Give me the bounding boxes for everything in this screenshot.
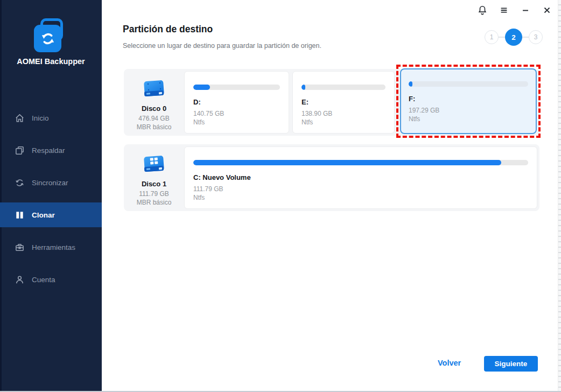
step-1: 1 — [485, 30, 499, 44]
usage-bar — [193, 85, 280, 90]
disk-icon — [142, 78, 166, 101]
window-right-edge-scrollbar[interactable] — [558, 0, 561, 391]
main-panel: Partición de destino Seleccione un lugar… — [102, 0, 561, 391]
sidebar-item-label: Sincronizar — [32, 179, 68, 187]
sidebar-item-label: Respaldar — [32, 146, 65, 155]
partition-label: C: Nuevo Volume — [193, 173, 528, 181]
usage-bar — [301, 85, 385, 90]
disk-0-info: Disco 0 476.94 GB MBR básico — [124, 69, 184, 136]
disk-type: MBR básico — [137, 198, 172, 207]
usage-bar-fill — [409, 81, 412, 87]
disk-size: 111.79 GB — [139, 190, 169, 198]
step-3: 3 — [529, 30, 543, 44]
sidebar: AOMEI Backupper Inicio Respaldar Sincron… — [0, 0, 102, 391]
disk-type: MBR básico — [137, 123, 172, 131]
minimize-icon[interactable] — [520, 4, 531, 16]
partition-fs: Ntfs — [193, 118, 280, 127]
sidebar-item-respaldar[interactable]: Respaldar — [0, 138, 102, 163]
sidebar-item-label: Herramientas — [32, 243, 75, 251]
partition-fs: Ntfs — [409, 115, 528, 123]
partition-card-c[interactable]: C: Nuevo Volume 111.79 GB Ntfs — [184, 146, 537, 209]
sidebar-item-label: Cuenta — [32, 276, 55, 284]
usage-bar — [193, 160, 528, 165]
disk-size: 476.94 GB — [138, 114, 169, 123]
system-disk-icon — [142, 153, 166, 176]
clone-icon — [15, 210, 25, 220]
partition-size: 140.75 GB — [193, 110, 280, 118]
partition-card-d[interactable]: D: 140.75 GB Ntfs — [184, 71, 289, 134]
sidebar-nav: Inicio Respaldar Sincronizar Clonar — [0, 0, 102, 391]
partition-size: 111.79 GB — [193, 185, 528, 193]
close-icon[interactable] — [542, 4, 552, 16]
sidebar-item-label: Inicio — [32, 114, 49, 122]
menu-icon[interactable] — [499, 4, 509, 16]
sync-icon — [15, 178, 25, 188]
partition-label: D: — [193, 98, 280, 106]
backup-icon — [15, 145, 25, 156]
partition-card-f-selected[interactable]: F: 197.29 GB Ntfs — [400, 68, 537, 134]
disk-row-1: Disco 1 111.79 GB MBR básico C: Nuevo Vo… — [124, 144, 539, 211]
usage-bar-fill — [193, 85, 210, 90]
sidebar-item-herramientas[interactable]: Herramientas — [0, 235, 102, 260]
step-2-active: 2 — [505, 29, 522, 46]
titlebar-controls — [477, 4, 552, 16]
sidebar-item-sincronizar[interactable]: Sincronizar — [0, 170, 102, 195]
disk-name: Disco 1 — [142, 180, 166, 188]
sidebar-item-label: Clonar — [32, 211, 55, 219]
step-indicator: 1 2 3 — [485, 29, 543, 46]
step-connector — [499, 37, 505, 38]
usage-bar-fill — [301, 85, 305, 90]
step-connector — [522, 37, 529, 38]
page-title: Partición de destino — [123, 24, 213, 35]
partition-fs: Ntfs — [193, 194, 528, 202]
sidebar-item-inicio[interactable]: Inicio — [0, 106, 102, 130]
partition-label: E: — [301, 98, 385, 106]
tools-icon — [15, 242, 25, 253]
next-button[interactable]: Siguiente — [484, 356, 538, 372]
back-button[interactable]: Volver — [438, 359, 461, 367]
usage-bar-fill — [193, 160, 501, 165]
partition-label: F: — [409, 95, 528, 103]
page-subtitle: Seleccione un lugar de destino para guar… — [123, 42, 321, 50]
sidebar-item-clonar[interactable]: Clonar — [0, 202, 102, 227]
disk-row-0: Disco 0 476.94 GB MBR básico D: 140.75 G… — [124, 69, 539, 136]
partition-fs: Ntfs — [301, 118, 385, 127]
app-window: AOMEI Backupper Inicio Respaldar Sincron… — [0, 0, 561, 392]
notification-bell-icon[interactable] — [477, 4, 488, 16]
sidebar-item-cuenta[interactable]: Cuenta — [0, 267, 102, 292]
partition-card-e[interactable]: E: 138.90 GB Ntfs — [292, 71, 395, 134]
disk-name: Disco 0 — [142, 104, 166, 113]
partition-size: 138.90 GB — [301, 110, 385, 118]
usage-bar — [409, 81, 528, 87]
selection-annotation-red-dashed: F: 197.29 GB Ntfs — [396, 65, 541, 138]
account-icon — [15, 275, 25, 285]
partition-size: 197.29 GB — [409, 107, 528, 115]
home-icon — [15, 113, 25, 123]
disk-1-info: Disco 1 111.79 GB MBR básico — [124, 144, 184, 211]
